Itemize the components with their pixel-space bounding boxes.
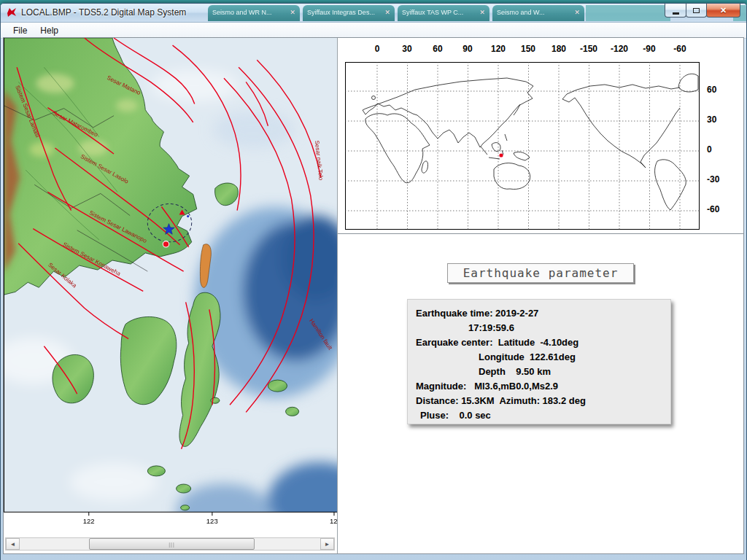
scroll-left-icon: ◄ <box>10 541 16 548</box>
earthquake-center-line: Earquake center: Latitude -4.10deg <box>408 335 670 350</box>
maximize-icon <box>693 8 700 13</box>
menu-file[interactable]: File <box>7 24 34 37</box>
desktop: ✕ Seismo and WR N... ✕ Syiffaux Integras… <box>0 0 747 560</box>
background-browser-tab[interactable]: ✕ Syiffaux Integras Des... <box>303 5 395 21</box>
map-x-axis: 122 123 12 <box>4 512 337 537</box>
scroll-grip-icon: ||| <box>169 542 174 547</box>
x-tick-label: 12 <box>330 517 337 525</box>
scroll-right-icon: ► <box>325 541 330 548</box>
minimize-icon <box>673 12 679 15</box>
background-browser-tab[interactable]: ✕ Seismo and WR N... <box>208 5 300 21</box>
lon-label: -120 <box>611 44 628 54</box>
earthquake-parameter-title: Earthquake parameter <box>447 263 634 283</box>
tab-close-icon[interactable]: ✕ <box>479 5 485 20</box>
earthquake-distance-line: Distance: 15.3KM Azimuth: 183.2 deg <box>408 394 670 408</box>
tab-label: Syiffaux Integras Des... <box>307 9 375 16</box>
x-tick-label: 123 <box>206 517 218 525</box>
browser-tabstrip-space <box>586 5 670 21</box>
lon-label: 120 <box>491 44 506 54</box>
menu-bar: File Help <box>1 22 746 39</box>
x-tick-label: 122 <box>83 517 95 525</box>
earthquake-section: Earthquake parameter Earthquake time: 20… <box>338 234 743 553</box>
earthquake-depth-line: Depth 9.50 km <box>408 365 670 379</box>
earthquake-pulse-line: Pluse: 0.0 sec <box>408 408 670 423</box>
local-map-canvas[interactable]: Sesar Matano Sesar Matarombeo Sistem Ses… <box>4 38 337 537</box>
lon-label: 0 <box>375 44 380 54</box>
minimize-button[interactable] <box>665 4 686 18</box>
background-browser-tab[interactable]: ✕ Seismo and W... <box>492 5 584 21</box>
world-epicenter-dot <box>499 153 503 157</box>
lon-label: 30 <box>402 44 411 54</box>
tab-label: Syiffaux TAS WP C... <box>402 9 463 16</box>
lon-label: -150 <box>580 44 597 54</box>
lat-label: -60 <box>707 204 719 214</box>
menu-help[interactable]: Help <box>34 24 65 37</box>
background-browser-tab[interactable]: ✕ Syiffaux TAS WP C... <box>398 5 489 21</box>
lat-label: 0 <box>707 144 712 155</box>
lon-label: 180 <box>551 44 566 54</box>
scroll-track[interactable]: ||| <box>20 538 320 550</box>
lon-label: 90 <box>462 44 472 54</box>
scroll-right-button[interactable]: ► <box>320 538 334 550</box>
earthquake-time-line2: 17:19:59.6 <box>408 321 670 335</box>
lon-label: -90 <box>643 44 655 54</box>
lat-label: 30 <box>707 114 716 125</box>
close-icon: ✕ <box>720 6 727 15</box>
lon-label: -60 <box>673 44 686 54</box>
close-button[interactable]: ✕ <box>706 4 740 18</box>
lat-label: -30 <box>707 174 719 184</box>
app-icon <box>6 7 18 18</box>
lon-label: 60 <box>433 44 442 54</box>
local-map-wrap: Sesar Matano Sesar Matarombeo Sistem Ses… <box>4 38 337 537</box>
earthquake-magnitude-line: Magnitude: Ml3.6,mB0.0,Ms2.9 <box>408 379 670 394</box>
scroll-thumb[interactable]: ||| <box>89 538 255 550</box>
world-map-section: 0 30 60 90 120 150 180 -150 -120 -90 -60… <box>338 38 743 234</box>
horizontal-scrollbar[interactable]: ◄ ||| ► <box>5 537 335 551</box>
title-bar: ✕ Seismo and WR N... ✕ Syiffaux Integras… <box>1 4 746 22</box>
small-blue-marker <box>187 215 189 217</box>
earthquake-longitude-line: Longitude 122.61deg <box>408 350 670 365</box>
window-title: LOCAL.BMP - TDS5.2 Digital Map System <box>21 7 186 18</box>
world-map-canvas <box>345 62 700 230</box>
tab-close-icon[interactable]: ✕ <box>384 5 390 20</box>
local-map-pane: Sesar Matano Sesar Matarombeo Sistem Ses… <box>4 38 338 553</box>
earthquake-parameter-box: Earthquake time: 2019-2-27 17:19:59.6 Ea… <box>407 299 671 424</box>
lat-label: 60 <box>707 85 716 95</box>
scroll-left-button[interactable]: ◄ <box>6 538 20 550</box>
tab-label: Seismo and W... <box>497 9 545 16</box>
tab-close-icon[interactable]: ✕ <box>574 5 580 20</box>
client-area: Sesar Matano Sesar Matarombeo Sistem Ses… <box>3 37 744 554</box>
epicenter-dot-marker <box>163 241 169 247</box>
window-controls: ✕ <box>665 4 740 18</box>
tab-label: Seismo and WR N... <box>212 9 272 16</box>
earthquake-time-line: Earthquake time: 2019-2-27 <box>408 306 670 321</box>
right-pane: 0 30 60 90 120 150 180 -150 -120 -90 -60… <box>338 38 743 553</box>
tab-close-icon[interactable]: ✕ <box>290 5 295 20</box>
app-window: ✕ Seismo and WR N... ✕ Syiffaux Integras… <box>0 3 747 560</box>
lon-label: 150 <box>521 44 535 54</box>
maximize-button[interactable] <box>686 4 707 18</box>
